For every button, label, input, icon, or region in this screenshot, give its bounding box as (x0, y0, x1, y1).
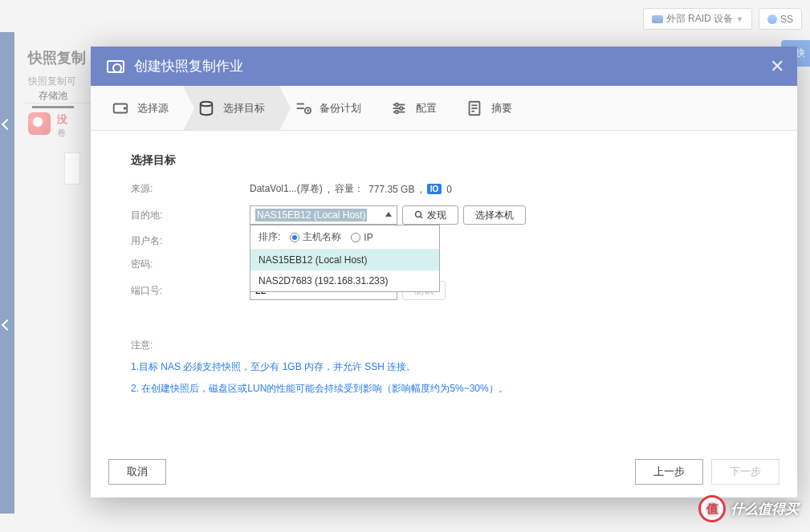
radio-unchecked-icon (351, 233, 360, 242)
radio-checked-icon (290, 233, 299, 242)
svg-point-2 (201, 101, 213, 106)
sort-by-hostname-radio[interactable]: 主机名称 (290, 230, 341, 244)
prev-button[interactable]: 上一步 (635, 459, 703, 485)
dropdown-item[interactable]: NAS2D7683 (192.168.31.233) (250, 270, 439, 291)
label-source: 来源: (131, 182, 250, 196)
value-source: DataVol1...(厚卷) , 容量： 777.35 GB , IO 0 (250, 182, 452, 196)
row-source: 来源: DataVol1...(厚卷) , 容量： 777.35 GB , IO… (131, 182, 757, 196)
close-icon[interactable]: ✕ (770, 56, 784, 77)
step-summary[interactable]: 摘要 (451, 86, 527, 130)
sort-by-ip-radio[interactable]: IP (351, 232, 372, 243)
select-local-button[interactable]: 选择本机 (463, 205, 526, 225)
destination-dropdown-panel: 排序: 主机名称 IP NAS15EB12 (Local Host) NA (250, 225, 440, 292)
step-config[interactable]: 配置 (376, 86, 451, 130)
dropdown-sort-row: 排序: 主机名称 IP (250, 225, 439, 250)
cylinder-icon (197, 99, 215, 117)
step-schedule[interactable]: 备份计划 (279, 86, 376, 130)
svg-point-9 (395, 103, 398, 106)
row-port: 端口号: 测试 (131, 281, 757, 300)
svg-point-1 (124, 108, 126, 109)
next-button: 下一步 (711, 459, 779, 485)
svg-line-17 (421, 217, 423, 219)
section-title: 选择目标 (131, 153, 757, 168)
sliders-icon (390, 99, 408, 117)
modal-header: 创建快照复制作业 ✕ (91, 47, 797, 86)
document-icon (466, 99, 483, 117)
modal-footer: 取消 上一步 下一步 (91, 446, 797, 497)
modal-body: 选择目标 来源: DataVol1...(厚卷) , 容量： 777.35 GB… (91, 131, 797, 446)
step-target[interactable]: 选择目标 (183, 86, 279, 130)
disk-icon (112, 99, 129, 117)
wizard-stepper: 选择源 选择目标 备份计划 配置 摘要 (91, 86, 797, 131)
snapshot-icon (107, 60, 124, 73)
note-line-1: 1.目标 NAS 必须支持快照，至少有 1GB 内存，并允许 SSH 连接。 (131, 360, 757, 374)
note-line-2: 2. 在创建快照后，磁盘区或LUN的性能可能会持续受到影响（影响幅度约为5%~3… (131, 382, 757, 396)
chevron-up-icon (385, 212, 392, 217)
svg-point-16 (416, 212, 421, 217)
io-badge: IO (427, 184, 442, 194)
label-destination: 目的地: (131, 209, 250, 222)
watermark-badge: 值 (698, 495, 726, 522)
watermark: 值 什么值得买 (698, 495, 799, 522)
svg-point-10 (400, 107, 403, 110)
row-username: 用户名: (131, 234, 757, 248)
schedule-icon (294, 99, 311, 117)
svg-point-11 (395, 110, 398, 113)
step-source[interactable]: 选择源 (97, 86, 183, 130)
notes-section: 注意: 1.目标 NAS 必须支持快照，至少有 1GB 内存，并允许 SSH 连… (131, 339, 757, 396)
destination-dropdown[interactable]: NAS15EB12 (Local Host) 排序: 主机名称 (250, 205, 397, 225)
label-port: 端口号: (131, 284, 250, 298)
search-icon (414, 210, 424, 220)
dropdown-item[interactable]: NAS15EB12 (Local Host) (250, 250, 439, 270)
row-password: 密码: (131, 258, 757, 271)
cancel-button[interactable]: 取消 (108, 459, 166, 485)
notes-title: 注意: (131, 339, 757, 352)
label-username: 用户名: (131, 234, 250, 248)
create-snapshot-replication-dialog: 创建快照复制作业 ✕ 选择源 选择目标 备份计划 配置 (91, 47, 797, 497)
label-password: 密码: (131, 258, 250, 271)
watermark-text: 什么值得买 (731, 500, 799, 518)
row-destination: 目的地: NAS15EB12 (Local Host) 排序: 主机名称 (131, 205, 757, 225)
modal-title: 创建快照复制作业 (134, 57, 243, 75)
discover-button[interactable]: 发现 (402, 205, 458, 225)
